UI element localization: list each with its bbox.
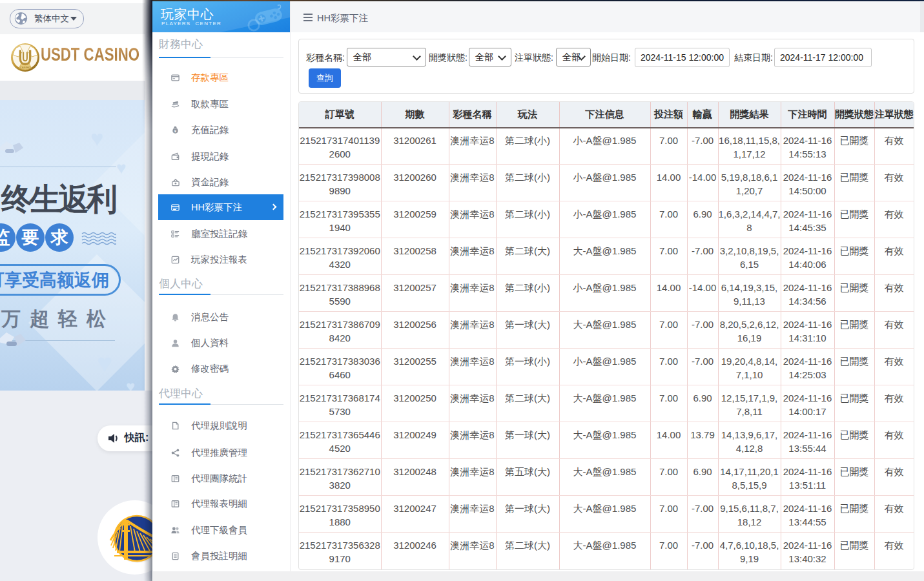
svg-text:CASINO: CASINO (20, 66, 31, 69)
